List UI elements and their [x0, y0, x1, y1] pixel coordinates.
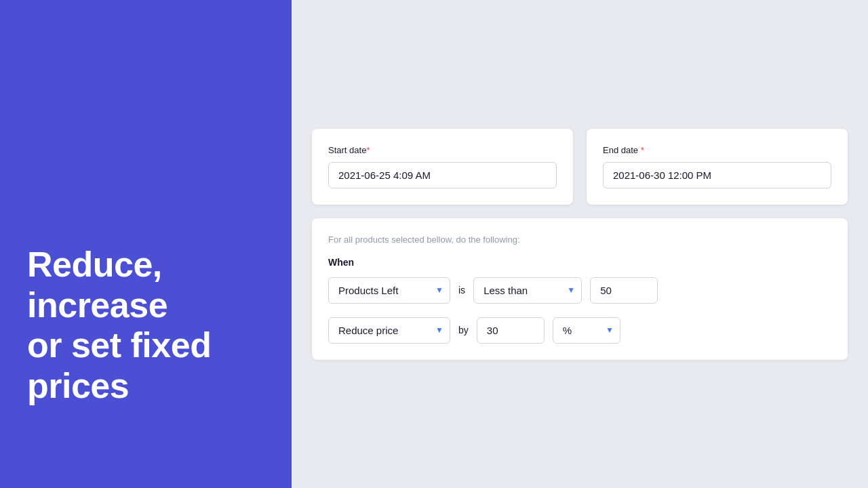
- action-dropdown-wrapper: Reduce price Increase price Set fixed pr…: [328, 317, 450, 344]
- threshold-input[interactable]: [590, 277, 658, 304]
- by-connector: by: [458, 325, 469, 336]
- headline-line3: or set fixed: [27, 325, 211, 365]
- operator-dropdown[interactable]: Less than Greater than Equal to: [473, 277, 582, 304]
- unit-dropdown[interactable]: % Fixed amount: [553, 317, 620, 344]
- condition-row: Products Left Products Sold Price ▼ is L…: [328, 277, 831, 304]
- headline-line4: prices: [27, 366, 129, 405]
- headline-line2: increase: [27, 285, 167, 325]
- condition-dropdown-wrapper: Products Left Products Sold Price ▼: [328, 277, 450, 304]
- headline-line1: Reduce,: [27, 245, 162, 284]
- left-panel: Reduce, increase or set fixed prices: [0, 0, 292, 488]
- end-date-input[interactable]: [603, 162, 831, 188]
- end-date-card: End date *: [587, 129, 848, 205]
- date-row: Start date* End date *: [312, 129, 848, 205]
- action-dropdown[interactable]: Reduce price Increase price Set fixed pr…: [328, 317, 450, 344]
- action-row: Reduce price Increase price Set fixed pr…: [328, 317, 831, 344]
- condition-dropdown[interactable]: Products Left Products Sold Price: [328, 277, 450, 304]
- right-panel: Start date* End date * For all products …: [292, 0, 868, 488]
- headline: Reduce, increase or set fixed prices: [27, 245, 211, 407]
- end-date-label: End date *: [603, 145, 831, 155]
- start-date-label: Start date*: [328, 145, 557, 155]
- condition-card: For all products selected bellow, do the…: [312, 218, 848, 360]
- unit-dropdown-wrapper: % Fixed amount ▼: [553, 317, 620, 344]
- is-connector: is: [458, 285, 465, 296]
- when-label: When: [328, 257, 831, 268]
- operator-dropdown-wrapper: Less than Greater than Equal to ▼: [473, 277, 582, 304]
- instruction-text: For all products selected bellow, do the…: [328, 235, 831, 245]
- start-date-input[interactable]: [328, 162, 557, 188]
- amount-input[interactable]: [477, 317, 545, 344]
- start-date-card: Start date*: [312, 129, 573, 205]
